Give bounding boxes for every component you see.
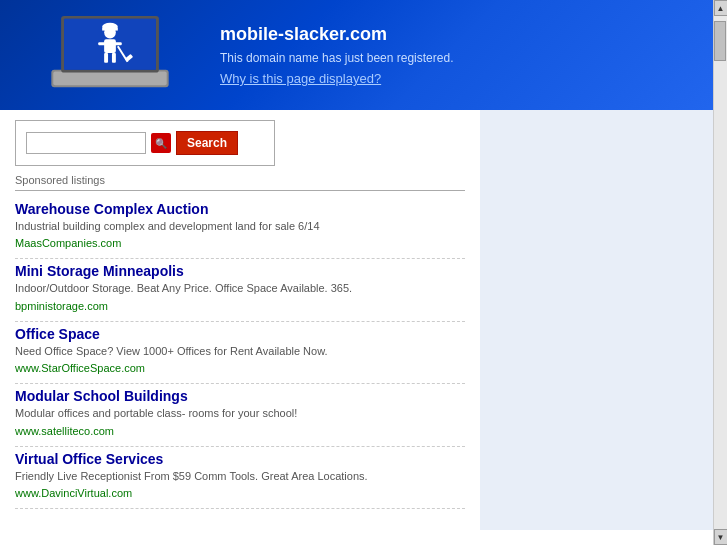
svg-rect-7 [98,42,106,45]
search-button[interactable]: Search [176,131,238,155]
listing-title[interactable]: Office Space [15,326,465,342]
listing-url[interactable]: www.DavinciVirtual.com [15,487,132,499]
listing-url[interactable]: www.StarOfficeSpace.com [15,362,145,374]
listing-desc: Industrial building complex and developm… [15,219,465,234]
listing-desc: Modular offices and portable class- room… [15,406,465,421]
listing-desc: Indoor/Outdoor Storage. Beat Any Price. … [15,281,465,296]
listing-title[interactable]: Mini Storage Minneapolis [15,263,465,279]
header-text-area: mobile-slacker.com This domain name has … [200,24,453,86]
left-content: 🔍 Search Sponsored listings Warehouse Co… [0,110,480,530]
sponsored-divider [15,190,465,191]
search-box: 🔍 Search [15,120,275,166]
search-input[interactable] [26,132,146,154]
listing-url[interactable]: www.satelliteco.com [15,425,114,437]
listing-desc: Need Office Space? View 1000+ Offices fo… [15,344,465,359]
search-icon: 🔍 [151,133,171,153]
listing-item: Mini Storage Minneapolis Indoor/Outdoor … [15,263,465,321]
header-domain: mobile-slacker.com [220,24,453,45]
listing-title[interactable]: Virtual Office Services [15,451,465,467]
right-sidebar [480,110,713,530]
sponsored-label: Sponsored listings [15,174,465,186]
listing-title[interactable]: Warehouse Complex Auction [15,201,465,217]
listing-item: Modular School Buildings Modular offices… [15,388,465,446]
scroll-down-button[interactable]: ▼ [714,529,728,545]
listing-url[interactable]: bpministorage.com [15,300,108,312]
svg-rect-8 [114,42,122,45]
why-displayed-link[interactable]: Why is this page displayed? [220,71,381,86]
svg-rect-1 [53,72,166,86]
listing-title[interactable]: Modular School Buildings [15,388,465,404]
scroll-track [714,16,727,529]
scroll-up-button[interactable]: ▲ [714,0,728,16]
svg-rect-9 [104,53,108,63]
listing-url[interactable]: MaasCompanies.com [15,237,121,249]
svg-rect-6 [104,39,116,53]
main-wrapper: 🔍 Search Sponsored listings Warehouse Co… [0,110,713,530]
svg-rect-10 [112,53,116,63]
listings-container: Warehouse Complex Auction Industrial bui… [15,201,465,509]
scroll-thumb[interactable] [714,21,726,61]
listing-desc: Friendly Live Receptionist From $59 Comm… [15,469,465,484]
scrollbar: ▲ ▼ [713,0,727,545]
header-banner: mobile-slacker.com This domain name has … [0,0,727,110]
laptop-image-area [20,10,200,100]
listing-item: Office Space Need Office Space? View 100… [15,326,465,384]
listing-item: Warehouse Complex Auction Industrial bui… [15,201,465,259]
listing-item: Virtual Office Services Friendly Live Re… [15,451,465,509]
svg-rect-12 [102,28,118,31]
header-tagline: This domain name has just been registere… [220,51,453,65]
